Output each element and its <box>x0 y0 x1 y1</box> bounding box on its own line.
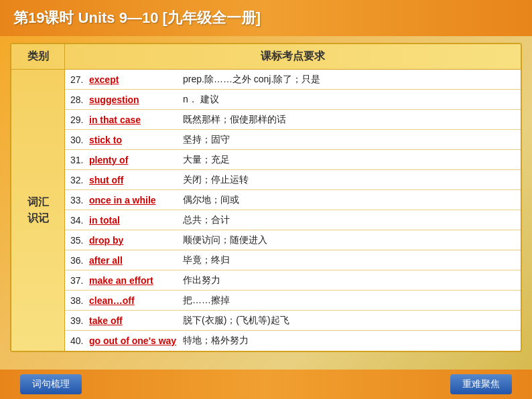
entry-definition: 坚持；固守 <box>183 134 515 146</box>
entry-number: 39. <box>70 315 89 326</box>
entry-phrase: in that case <box>89 114 183 125</box>
entry-definition: prep.除……之外 conj.除了；只是 <box>183 74 515 86</box>
entry-definition: 特地；格外努力 <box>183 335 515 347</box>
entry-definition: 毕竟；终归 <box>183 254 515 266</box>
entry-number: 30. <box>70 135 89 145</box>
entry-phrase: make an effort <box>89 275 183 286</box>
entry-number: 33. <box>70 195 89 206</box>
entry-number: 29. <box>70 114 89 125</box>
col1-header: 类别 <box>11 44 65 69</box>
entry-phrase: once in a while <box>89 195 183 206</box>
left-button[interactable]: 词句梳理 <box>20 374 82 394</box>
table-row: 31.plenty of大量；充足 <box>65 150 521 170</box>
table-row: 29.in that case既然那样；假使那样的话 <box>65 110 521 130</box>
entry-definition: 脱下(衣服)；(飞机等)起飞 <box>183 315 515 327</box>
entry-definition: 大量；充足 <box>183 154 515 166</box>
entry-phrase: drop by <box>89 235 183 246</box>
entry-phrase: after all <box>89 255 183 266</box>
entry-number: 31. <box>70 155 89 165</box>
table-row: 40.go out of one's way特地；格外努力 <box>65 331 521 351</box>
entry-number: 27. <box>70 74 89 85</box>
table-header-row: 类别 课标考点要求 <box>11 44 521 70</box>
table-row: 36.after all毕竟；终归 <box>65 250 521 270</box>
table-row: 38.clean…off把……擦掉 <box>65 291 521 311</box>
page-title: 第19课时 Units 9—10 [九年级全一册] <box>13 8 261 28</box>
entry-phrase: take off <box>89 315 183 326</box>
entry-number: 32. <box>70 175 89 185</box>
table-body: 词汇识记 27.except prep.除……之外 conj.除了；只是28.s… <box>11 70 521 351</box>
right-button[interactable]: 重难聚焦 <box>450 374 512 394</box>
entry-definition: 总共；合计 <box>183 214 515 226</box>
table-row: 30.stick to坚持；固守 <box>65 130 521 150</box>
category-cell: 词汇识记 <box>11 70 65 351</box>
col2-header: 课标考点要求 <box>65 44 521 69</box>
entry-definition: 偶尔地；间或 <box>183 194 515 206</box>
entry-definition: 作出努力 <box>183 274 515 287</box>
entry-phrase: clean…off <box>89 295 183 306</box>
entry-number: 35. <box>70 235 89 246</box>
entry-phrase: go out of one's way <box>89 335 183 346</box>
entry-phrase: in total <box>89 215 183 226</box>
entry-definition: 关闭；停止运转 <box>183 174 515 186</box>
entry-phrase: except <box>89 74 183 85</box>
entry-definition: n． 建议 <box>183 94 515 106</box>
table-row: 39.take off脱下(衣服)；(飞机等)起飞 <box>65 311 521 331</box>
entry-number: 36. <box>70 255 89 266</box>
entry-phrase: shut off <box>89 175 183 185</box>
entry-phrase: stick to <box>89 135 183 145</box>
entry-number: 34. <box>70 215 89 226</box>
entry-number: 40. <box>70 335 89 346</box>
table-row: 32.shut off关闭；停止运转 <box>65 170 521 190</box>
entry-phrase: plenty of <box>89 155 183 165</box>
entry-number: 38. <box>70 295 89 306</box>
table-row: 28.suggestion n． 建议 <box>65 90 521 110</box>
table-row: 27.except prep.除……之外 conj.除了；只是 <box>65 70 521 90</box>
table-row: 35.drop by顺便访问；随便进入 <box>65 230 521 250</box>
table-row: 37.make an effort作出努力 <box>65 270 521 291</box>
entry-phrase: suggestion <box>89 94 183 105</box>
bottom-bar: 词句梳理 重难聚焦 <box>0 370 532 399</box>
table-row: 34.in total总共；合计 <box>65 210 521 230</box>
entry-definition: 顺便访问；随便进入 <box>183 234 515 246</box>
table-row: 33.once in a while偶尔地；间或 <box>65 190 521 210</box>
main-table: 类别 课标考点要求 词汇识记 27.except prep.除……之外 conj… <box>10 43 522 352</box>
entry-definition: 既然那样；假使那样的话 <box>183 114 515 126</box>
entry-definition: 把……擦掉 <box>183 295 515 307</box>
entry-number: 28. <box>70 94 89 105</box>
entry-number: 37. <box>70 275 89 286</box>
page-header: 第19课时 Units 9—10 [九年级全一册] <box>0 0 532 36</box>
entries-column: 27.except prep.除……之外 conj.除了；只是28.sugges… <box>65 70 521 351</box>
